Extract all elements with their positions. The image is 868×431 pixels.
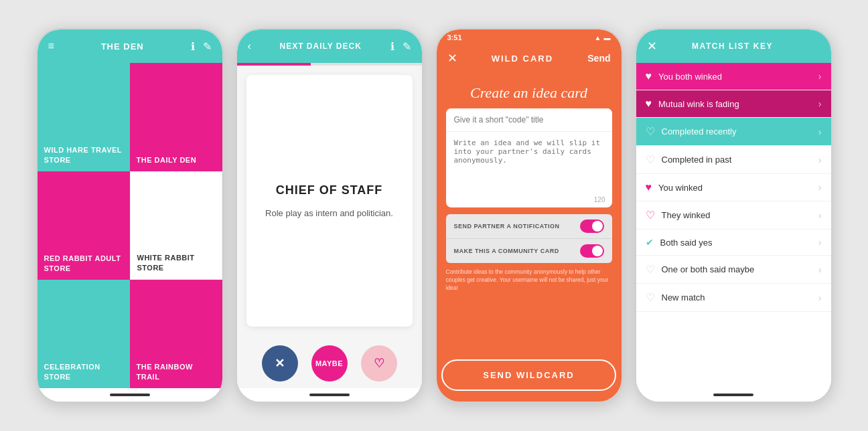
screen2-title: NEXT DAILY DECK — [279, 41, 361, 51]
wc-input-area: 120 — [446, 108, 612, 207]
match-label: Completed recently — [662, 126, 737, 137]
match-item-left: ♥ You both winked — [646, 70, 722, 82]
match-item-left: ♡ They winked — [646, 209, 711, 222]
phone-4: ✕ MATCH LIST KEY ♥ You both winked › ♥ — [635, 28, 833, 403]
close-icon[interactable]: ✕ — [447, 51, 457, 66]
heart-new-icon: ♡ — [646, 291, 655, 304]
home-indicator-4 — [713, 394, 753, 396]
phone-2: ‹ NEXT DAILY DECK ℹ ✎ CHIEF OF STAFF Rol… — [236, 28, 423, 403]
list-item[interactable]: ♥ Mutual wink is fading › — [636, 90, 831, 118]
like-button[interactable]: ♡ — [361, 345, 397, 381]
list-item[interactable]: WILD HARE TRAVEL STORE — [38, 63, 130, 171]
toggle-label-2: MAKE THIS A COMMUNITY CARD — [454, 248, 559, 254]
maybe-button[interactable]: MAYBE — [311, 345, 348, 381]
heart-outline-teal-icon: ♡ — [646, 125, 655, 138]
list-item[interactable]: ✔ Both said yes › — [636, 230, 831, 256]
list-item[interactable]: ♡ They winked › — [636, 201, 831, 230]
chevron-right-icon: › — [818, 155, 822, 165]
progress-bar-wrap — [237, 63, 422, 66]
wc-toggles: SEND PARTNER A NOTIFICATION MAKE THIS A … — [446, 214, 612, 263]
match-item-left: ✔ Both said yes — [646, 237, 713, 248]
time-display: 3:51 — [447, 33, 462, 41]
close-icon-4[interactable]: ✕ — [647, 39, 657, 54]
match-label: You both winked — [658, 72, 722, 82]
wifi-icon: ▲ — [595, 34, 601, 41]
match-item-left: ♡ New match — [646, 291, 705, 304]
progress-bar-fill — [237, 63, 311, 66]
home-bar — [38, 388, 222, 402]
list-item[interactable]: THE DAILY DEN — [130, 63, 222, 171]
back-icon[interactable]: ‹ — [248, 40, 251, 52]
chevron-right-icon: › — [818, 292, 822, 303]
status-bar: 3:51 ▲ ▬ — [437, 29, 622, 41]
match-item-left: ♥ You winked — [646, 181, 703, 193]
edit-icon[interactable]: ✎ — [203, 40, 212, 53]
home-bar-4 — [636, 388, 831, 402]
wc-disclaimer: Contribute ideas to the community anonym… — [446, 268, 612, 292]
match-item-left: ♡ One or both said maybe — [646, 263, 755, 276]
info-icon-2[interactable]: ℹ — [390, 40, 394, 53]
send-wildcard-button[interactable]: SEND WILDCARD — [441, 359, 616, 391]
chevron-right-icon: › — [818, 264, 822, 275]
screen2: ‹ NEXT DAILY DECK ℹ ✎ CHIEF OF STAFF Rol… — [237, 29, 422, 402]
screen4-header: ✕ MATCH LIST KEY — [636, 29, 831, 63]
heart-gray-icon: ♡ — [646, 153, 655, 166]
match-label: Mutual wink is fading — [658, 99, 739, 109]
screen1-header: ≡ THE DEN ℹ ✎ — [38, 29, 222, 63]
list-item[interactable]: ♡ One or both said maybe › — [636, 256, 831, 284]
list-item[interactable]: THE RAINBOW TRAIL — [130, 280, 222, 388]
screen1: ≡ THE DEN ℹ ✎ WILD HARE TRAVEL STORE THE… — [38, 29, 222, 402]
toggle-row-2[interactable]: MAKE THIS A COMMUNITY CARD — [446, 239, 612, 263]
list-item[interactable]: ♡ Completed recently › — [636, 118, 831, 146]
screens-container: ≡ THE DEN ℹ ✎ WILD HARE TRAVEL STORE THE… — [0, 0, 868, 431]
toggle-switch-1[interactable] — [580, 220, 604, 233]
card-title: CHIEF OF STAFF — [276, 183, 383, 197]
battery-icon: ▬ — [604, 34, 611, 41]
chevron-right-icon: › — [818, 71, 822, 82]
list-item[interactable]: ♡ New match › — [636, 284, 831, 312]
toggle-row-1[interactable]: SEND PARTNER A NOTIFICATION — [446, 214, 612, 239]
heart-red-outline-icon: ♡ — [646, 209, 655, 222]
list-item[interactable]: ♥ You winked › — [636, 174, 831, 201]
screen1-title: THE DEN — [101, 41, 144, 52]
chevron-right-icon: › — [818, 182, 822, 193]
match-label: You winked — [658, 183, 703, 193]
list-item[interactable]: ♥ You both winked › — [636, 63, 831, 90]
screen4: ✕ MATCH LIST KEY ♥ You both winked › ♥ — [636, 29, 831, 402]
match-label: Both said yes — [660, 238, 713, 248]
list-item[interactable]: WHITE RABBIT STORE — [130, 171, 222, 280]
card-subtitle: Role play as intern and politician. — [265, 208, 393, 218]
chevron-right-icon: › — [818, 98, 822, 109]
list-item[interactable]: RED RABBIT ADULT STORE — [38, 171, 130, 280]
heart-maybe-icon: ♡ — [646, 263, 655, 276]
wild-card-heading: Create an idea card — [437, 75, 622, 108]
card-area: CHIEF OF STAFF Role play as intern and p… — [246, 75, 413, 327]
phone-3: 3:51 ▲ ▬ ✕ WILD CARD Send Create an idea… — [435, 28, 623, 403]
list-item[interactable]: CELEBRATION STORE — [38, 280, 130, 388]
match-list: ♥ You both winked › ♥ Mutual wink is fad… — [636, 63, 831, 388]
match-label: They winked — [662, 210, 711, 220]
heart-red-filled-icon: ♥ — [646, 181, 652, 193]
heart-filled-icon-2: ♥ — [646, 98, 652, 110]
send-link[interactable]: Send — [587, 53, 610, 64]
heart-filled-icon: ♥ — [646, 70, 652, 82]
chevron-right-icon: › — [818, 126, 822, 137]
info-icon[interactable]: ℹ — [191, 40, 195, 53]
match-item-left: ♥ Mutual wink is fading — [646, 98, 739, 110]
reject-button[interactable]: ✕ — [262, 345, 298, 381]
send-btn-wrap: SEND WILDCARD — [437, 292, 622, 402]
chevron-right-icon: › — [818, 210, 822, 221]
menu-icon[interactable]: ≡ — [48, 40, 54, 52]
code-title-input[interactable] — [446, 108, 612, 132]
list-item[interactable]: ♡ Completed in past › — [636, 146, 831, 174]
match-item-left: ♡ Completed recently — [646, 125, 737, 138]
idea-textarea[interactable] — [446, 132, 612, 192]
toggle-label-1: SEND PARTNER A NOTIFICATION — [454, 223, 560, 230]
screen2-header: ‹ NEXT DAILY DECK ℹ ✎ — [237, 29, 422, 63]
match-label: One or both said maybe — [662, 264, 755, 274]
screen3-header: ✕ WILD CARD Send — [437, 41, 622, 75]
home-indicator-2 — [309, 394, 350, 396]
edit-icon-2[interactable]: ✎ — [403, 40, 411, 53]
char-count: 120 — [446, 195, 612, 207]
toggle-switch-2[interactable] — [580, 244, 604, 258]
